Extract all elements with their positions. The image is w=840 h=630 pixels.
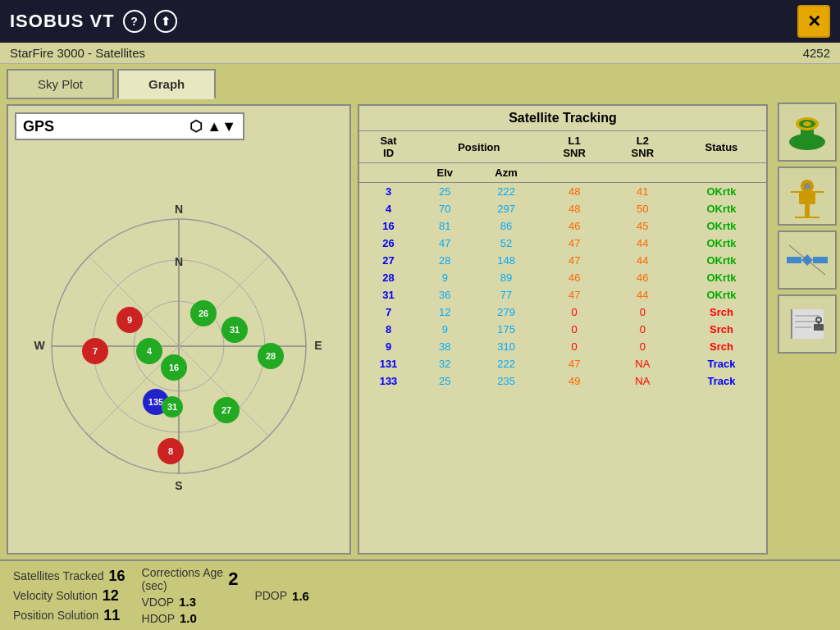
cell-l1: 0 — [541, 321, 609, 338]
cell-status: OKrtk — [677, 200, 766, 217]
stat-row-satellites: Satellites Tracked 16 — [13, 568, 126, 585]
info-icon[interactable]: ⬆ — [154, 10, 177, 33]
tab-skyplot[interactable]: Sky Plot — [7, 69, 114, 99]
cell-azm: 235 — [472, 372, 540, 390]
cell-status: OKrtk — [677, 269, 766, 286]
svg-text:E: E — [314, 339, 322, 352]
cell-sat-id: 133 — [359, 372, 418, 390]
cell-l1: 49 — [541, 372, 609, 390]
col-azm: Azm — [472, 163, 540, 183]
close-button[interactable]: ✕ — [797, 5, 830, 38]
cell-azm: 297 — [472, 200, 540, 217]
cell-l2: 0 — [609, 338, 677, 355]
tracking-table: SatID Position L1SNR L2SNR Status Elv Az… — [359, 131, 766, 553]
help-icon[interactable]: ? — [123, 10, 146, 33]
stat-group-right: PDOP 1.6 — [254, 589, 309, 603]
col-sat-id-sub — [359, 163, 418, 183]
svg-rect-46 — [787, 257, 801, 263]
col-position: Position — [418, 131, 541, 163]
position-solution-value: 11 — [103, 607, 120, 624]
gps-dropdown[interactable]: GPS ⬡ ▲▼ — [15, 112, 244, 140]
col-status: Status — [677, 131, 766, 163]
table-row: 131 32 222 47 NA Track — [359, 355, 766, 372]
svg-text:31: 31 — [230, 325, 240, 335]
cell-azm: 52 — [472, 235, 540, 252]
sky-plot-svg: N S W E N 26 31 — [31, 199, 326, 494]
cell-sat-id: 9 — [359, 338, 418, 355]
cell-elv: 12 — [418, 304, 472, 321]
cell-elv: 36 — [418, 286, 472, 304]
svg-text:4: 4 — [147, 346, 153, 356]
app-container: ISOBUS VT ? ⬆ ✕ StarFire 3000 - Satellit… — [0, 0, 840, 630]
corrections-age-label: Corrections Age(sec) — [142, 566, 224, 592]
corrections-age-value: 2 — [228, 568, 238, 590]
table-row: 31 36 77 47 44 OKrtk — [359, 286, 766, 304]
gps-selector: GPS ⬡ ▲▼ — [15, 112, 343, 140]
cell-l2: 44 — [609, 235, 677, 252]
cell-l1: 48 — [541, 200, 609, 217]
cell-sat-id: 28 — [359, 269, 418, 286]
sky-plot-panel: GPS ⬡ ▲▼ — [7, 104, 351, 555]
cell-status: Track — [677, 355, 766, 372]
cell-sat-id: 31 — [359, 286, 418, 304]
cell-status: Srch — [677, 321, 766, 338]
cell-l1: 47 — [541, 286, 609, 304]
cell-sat-id: 4 — [359, 200, 418, 217]
cell-azm: 222 — [472, 355, 540, 372]
cell-azm: 86 — [472, 217, 540, 235]
svg-text:9: 9 — [127, 315, 132, 325]
svg-rect-39 — [805, 204, 810, 217]
hdop-value: 1.0 — [180, 611, 197, 625]
cell-elv: 32 — [418, 355, 472, 372]
svg-text:7: 7 — [93, 346, 98, 356]
stat-row-vdop: VDOP 1.3 — [142, 595, 239, 609]
svg-rect-41 — [799, 192, 815, 204]
cell-azm: 77 — [472, 286, 540, 304]
satellite-table: SatID Position L1SNR L2SNR Status Elv Az… — [359, 131, 766, 390]
cell-status: Track — [677, 372, 766, 390]
gps-value: GPS — [23, 118, 54, 135]
serial-number: 4252 — [803, 46, 830, 60]
sidebar-btn-3[interactable] — [778, 231, 837, 290]
cell-l1: 47 — [541, 235, 609, 252]
cell-sat-id: 7 — [359, 304, 418, 321]
svg-point-38 — [803, 121, 811, 126]
svg-text:28: 28 — [266, 351, 276, 361]
satellites-tracked-label: Satellites Tracked — [13, 569, 104, 582]
velocity-solution-value: 12 — [103, 587, 119, 605]
cell-sat-id: 8 — [359, 321, 418, 338]
cell-l1: 47 — [541, 355, 609, 372]
svg-rect-47 — [813, 257, 828, 263]
cell-elv: 9 — [418, 269, 472, 286]
cell-azm: 175 — [472, 321, 540, 338]
cell-l2: 0 — [609, 304, 677, 321]
table-row: 8 9 175 0 0 Srch — [359, 321, 766, 338]
stat-row-corrections: Corrections Age(sec) 2 — [142, 566, 239, 592]
table-row: 133 25 235 49 NA Track — [359, 372, 766, 390]
sidebar-btn-2[interactable] — [778, 167, 837, 226]
cell-azm: 222 — [472, 183, 540, 201]
cell-status: OKrtk — [677, 286, 766, 304]
tab-graph[interactable]: Graph — [117, 69, 216, 99]
cell-l2: 41 — [609, 183, 677, 201]
cell-sat-id: 16 — [359, 217, 418, 235]
stat-row-pdop: PDOP 1.6 — [254, 589, 309, 603]
sky-plot-canvas: N S W E N 26 31 — [15, 145, 343, 546]
cell-elv: 70 — [418, 200, 472, 217]
table-row: 7 12 279 0 0 Srch — [359, 304, 766, 321]
cell-l1: 47 — [541, 252, 609, 269]
col-sat-id: SatID — [359, 131, 418, 163]
tab-bar: Sky Plot Graph — [0, 64, 840, 99]
tracking-title: Satellite Tracking — [359, 106, 766, 131]
table-row: 4 70 297 48 50 OKrtk — [359, 200, 766, 217]
cell-sat-id: 3 — [359, 183, 418, 201]
main-content: GPS ⬡ ▲▼ — [0, 99, 774, 559]
cell-azm: 310 — [472, 338, 540, 355]
cell-l1: 46 — [541, 269, 609, 286]
sidebar-btn-1[interactable] — [778, 103, 837, 162]
col-l2-sub — [609, 163, 677, 183]
svg-text:16: 16 — [169, 363, 179, 372]
cell-azm: 148 — [472, 252, 540, 269]
sidebar-btn-4[interactable] — [778, 294, 837, 354]
stats-bar: Satellites Tracked 16 Velocity Solution … — [0, 559, 840, 630]
